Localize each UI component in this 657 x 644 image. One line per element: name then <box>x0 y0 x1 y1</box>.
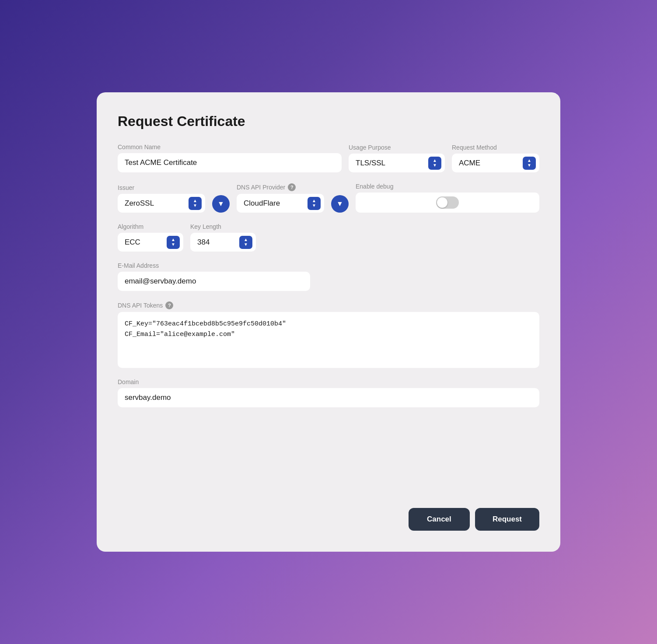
usage-purpose-label: Usage Purpose <box>349 144 445 151</box>
algorithm-label: Algorithm <box>118 223 183 230</box>
row-2: Issuer ZeroSSL Let's Encrypt Buypass ▲ ▼ <box>118 183 539 213</box>
dns-tokens-help-icon[interactable]: ? <box>165 301 173 309</box>
enable-debug-group: Enable debug <box>356 183 539 213</box>
issuer-expand-button[interactable]: ▼ <box>212 195 230 213</box>
enable-debug-label: Enable debug <box>356 183 539 190</box>
issuer-wrapper: ZeroSSL Let's Encrypt Buypass ▲ ▼ <box>118 194 205 213</box>
issuer-label: Issuer <box>118 184 205 191</box>
request-method-label: Request Method <box>452 144 539 151</box>
key-length-group: Key Length 256 384 521 ▲ ▼ <box>190 223 256 252</box>
issuer-select[interactable]: ZeroSSL Let's Encrypt Buypass <box>118 194 205 213</box>
usage-purpose-group: Usage Purpose TLS/SSL Code Signing Email… <box>349 144 445 172</box>
request-method-group: Request Method ACME CSR Self-Signed ▲ ▼ <box>452 144 539 172</box>
key-length-label: Key Length <box>190 223 256 230</box>
dns-tokens-group: DNS API Tokens ? <box>118 301 539 368</box>
request-method-select[interactable]: ACME CSR Self-Signed <box>452 154 539 172</box>
email-label: E-Mail Address <box>118 262 310 269</box>
dns-tokens-label: DNS API Tokens ? <box>118 301 539 309</box>
domain-input[interactable] <box>118 388 539 407</box>
common-name-group: Common Name <box>118 144 342 172</box>
row-3: Algorithm ECC RSA ▲ ▼ Key Length <box>118 223 539 252</box>
request-certificate-dialog: Request Certificate Common Name Usage Pu… <box>97 92 560 552</box>
enable-debug-toggle[interactable] <box>436 196 459 209</box>
row-1: Common Name Usage Purpose TLS/SSL Code S… <box>118 144 539 172</box>
dialog-title: Request Certificate <box>118 113 539 130</box>
chevron-down-icon: ▼ <box>217 200 224 208</box>
key-length-wrapper: 256 384 521 ▲ ▼ <box>190 233 256 252</box>
request-button[interactable]: Request <box>475 508 539 531</box>
algorithm-group: Algorithm ECC RSA ▲ ▼ <box>118 223 183 252</box>
common-name-input[interactable] <box>118 153 342 172</box>
algorithm-select[interactable]: ECC RSA <box>118 233 183 252</box>
usage-purpose-wrapper: TLS/SSL Code Signing Email ▲ ▼ <box>349 154 445 172</box>
dns-provider-wrapper: CloudFlare AWS Route53 ▲ ▼ <box>237 194 324 213</box>
key-length-select[interactable]: 256 384 521 <box>190 233 256 252</box>
issuer-group: Issuer ZeroSSL Let's Encrypt Buypass ▲ ▼ <box>118 184 205 213</box>
domain-label: Domain <box>118 378 539 385</box>
usage-purpose-select[interactable]: TLS/SSL Code Signing Email <box>349 154 445 172</box>
toggle-knob <box>437 197 447 208</box>
dns-provider-expand-button[interactable]: ▼ <box>331 195 349 213</box>
enable-debug-toggle-wrapper <box>356 192 539 213</box>
request-method-wrapper: ACME CSR Self-Signed ▲ ▼ <box>452 154 539 172</box>
dns-provider-group: DNS API Provider ? CloudFlare AWS Route5… <box>237 183 324 213</box>
dns-provider-select[interactable]: CloudFlare AWS Route53 <box>237 194 324 213</box>
common-name-label: Common Name <box>118 144 342 150</box>
domain-group: Domain <box>118 378 539 407</box>
algorithm-wrapper: ECC RSA ▲ ▼ <box>118 233 183 252</box>
chevron-down-icon-2: ▼ <box>336 200 343 208</box>
dialog-footer: Cancel Request <box>118 482 539 531</box>
dns-tokens-textarea[interactable] <box>118 312 539 368</box>
dns-provider-help-icon[interactable]: ? <box>288 183 296 191</box>
dns-provider-label: DNS API Provider ? <box>237 183 324 191</box>
email-group: E-Mail Address <box>118 262 310 291</box>
form-section: Common Name Usage Purpose TLS/SSL Code S… <box>118 144 539 407</box>
row-4: E-Mail Address <box>118 262 539 291</box>
email-input[interactable] <box>118 272 310 291</box>
cancel-button[interactable]: Cancel <box>409 508 470 531</box>
